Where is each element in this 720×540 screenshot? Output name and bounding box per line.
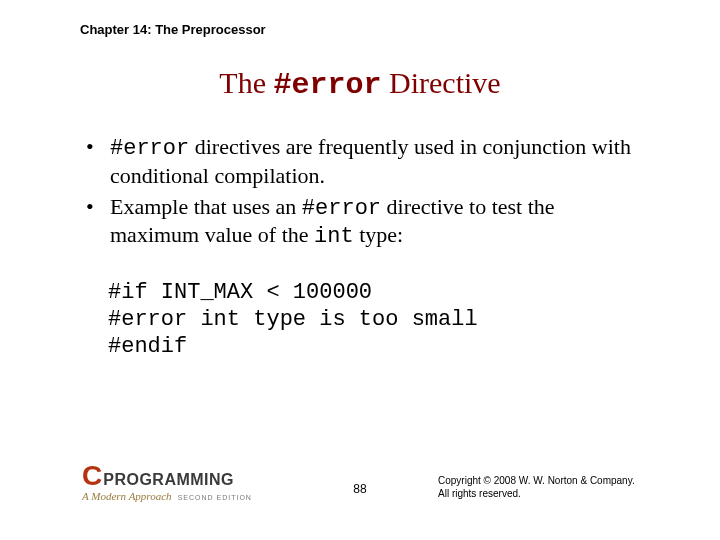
chapter-header: Chapter 14: The Preprocessor <box>80 22 266 37</box>
slide-title: The #error Directive <box>0 66 720 102</box>
code-block: #if INT_MAX < 100000 #error int type is … <box>108 280 478 360</box>
copyright-line-2: All rights reserved. <box>438 488 648 501</box>
title-pre: The <box>219 66 273 99</box>
bullet2-code1: #error <box>302 196 381 221</box>
bullet-2: Example that uses an #error directive to… <box>84 194 644 252</box>
bullet2-pre: Example that uses an <box>110 194 302 219</box>
title-code: #error <box>274 68 382 102</box>
bullet1-code: #error <box>110 136 189 161</box>
bullet2-post: type: <box>354 222 404 247</box>
body-content: #error directives are frequently used in… <box>84 134 644 255</box>
copyright: Copyright © 2008 W. W. Norton & Company.… <box>438 475 648 500</box>
bullet2-code2: int <box>314 224 354 249</box>
bullet-1: #error directives are frequently used in… <box>84 134 644 190</box>
title-post: Directive <box>382 66 501 99</box>
footer: C PROGRAMMING A Modern Approach SECOND E… <box>0 462 720 502</box>
copyright-line-1: Copyright © 2008 W. W. Norton & Company. <box>438 475 648 488</box>
